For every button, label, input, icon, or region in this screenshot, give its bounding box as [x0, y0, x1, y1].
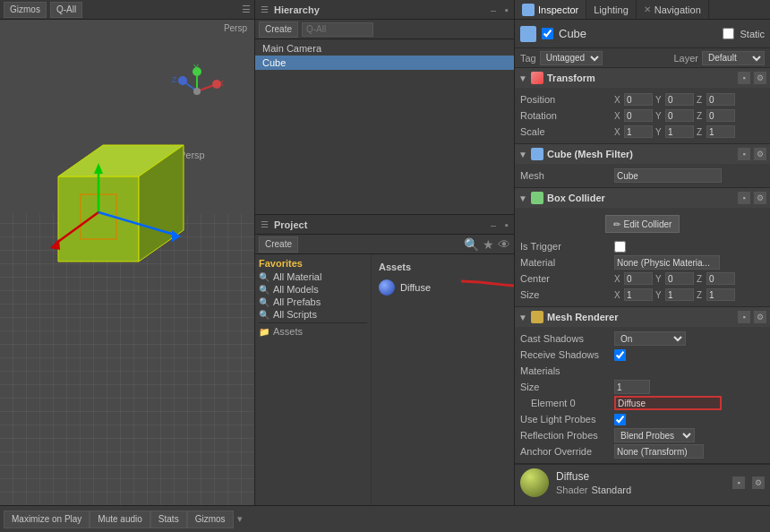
renderer-size-input[interactable] [614, 380, 650, 394]
cast-shadows-select[interactable]: On [614, 331, 686, 346]
rotation-y[interactable] [665, 109, 694, 122]
project-assets: Assets Diffuse [372, 254, 514, 505]
transform-settings-btn[interactable]: ⚙ [754, 72, 766, 84]
gizmos-button[interactable]: Gizmos [4, 2, 47, 18]
receive-shadows-checkbox[interactable] [614, 349, 626, 361]
rotation-z[interactable] [706, 109, 735, 122]
anchor-override-input[interactable] [614, 444, 704, 459]
project-create-button[interactable]: Create [259, 236, 298, 253]
element0-input[interactable] [614, 396, 722, 410]
svg-point-20 [178, 76, 187, 85]
position-row: Position X Y Z [520, 91, 765, 107]
mesh-filter-menu-btn[interactable]: ▪ [738, 148, 750, 160]
search-icon: 🔍 [259, 272, 270, 282]
bottom-bar: Maximize on Play Mute audio Stats Gizmos… [0, 505, 770, 532]
collider-material-input[interactable] [614, 255, 720, 270]
element0-row: Element 0 [520, 395, 765, 411]
gizmos-bottom-button[interactable]: Gizmos [187, 511, 234, 528]
is-trigger-checkbox[interactable] [614, 241, 626, 253]
position-y[interactable] [665, 93, 694, 106]
all-button[interactable]: Q-All [50, 2, 82, 18]
fav-item-label: All Prefabs [273, 296, 321, 307]
mesh-renderer-title: Mesh Renderer [547, 312, 734, 322]
mesh-renderer-icon [531, 311, 543, 323]
inspector-icon [522, 4, 535, 16]
list-item[interactable]: 🔍 All Material [259, 270, 367, 283]
transform-body: Position X Y Z Rotation [515, 88, 770, 143]
light-probes-row: Use Light Probes [520, 411, 765, 427]
box-collider-settings-btn[interactable]: ⚙ [754, 192, 766, 204]
static-label: Static [740, 29, 765, 39]
mute-audio-button[interactable]: Mute audio [90, 511, 150, 528]
scale-z[interactable] [706, 125, 735, 138]
center-x[interactable] [624, 272, 653, 285]
transform-header[interactable]: ▼ Transform ▪ ⚙ [515, 68, 770, 88]
list-item[interactable]: Main Camera [255, 41, 514, 56]
mesh-renderer-header[interactable]: ▼ Mesh Renderer ▪ ⚙ [515, 307, 770, 327]
list-item[interactable]: 🔍 All Prefabs [259, 296, 367, 308]
object-active-checkbox[interactable] [542, 28, 553, 39]
collider-size-x[interactable] [624, 288, 653, 301]
tab-navigation[interactable]: ✕ Navigation [637, 0, 709, 19]
center-y[interactable] [665, 272, 694, 285]
rotation-row: Rotation X Y Z [520, 107, 765, 124]
hierarchy-title: Hierarchy [274, 4, 320, 15]
rotation-label: Rotation [520, 110, 614, 121]
tag-select[interactable]: Untagged [540, 51, 603, 65]
transform-title: Transform [547, 73, 734, 83]
light-probes-label: Use Light Probes [520, 414, 614, 425]
box-collider-header[interactable]: ▼ Box Collider ▪ ⚙ [515, 188, 770, 208]
list-item[interactable]: Diffuse [379, 278, 507, 297]
collider-size-z[interactable] [706, 288, 735, 301]
hierarchy-toolbar: Create [255, 20, 514, 39]
material-settings-btn[interactable]: ⚙ [752, 476, 765, 489]
list-item[interactable]: 📁 Assets [259, 325, 367, 338]
scene-view: Persp [0, 20, 254, 505]
hierarchy-panel: ☰ Hierarchy – ▪ Create Main Camera Cube [255, 0, 514, 215]
tag-label: Tag [520, 53, 536, 64]
box-collider-component: ▼ Box Collider ▪ ⚙ ✏ Edit Collider [515, 188, 770, 307]
light-probes-checkbox[interactable] [614, 414, 626, 425]
static-checkbox[interactable] [723, 28, 734, 39]
transform-menu-btn[interactable]: ▪ [738, 72, 750, 84]
mesh-filter-header[interactable]: ▼ Cube (Mesh Filter) ▪ ⚙ [515, 144, 770, 164]
hierarchy-search[interactable] [302, 22, 373, 37]
position-value: X Y Z [614, 93, 765, 106]
mesh-filter-settings-btn[interactable]: ⚙ [754, 148, 766, 160]
assets-title: Assets [379, 262, 507, 272]
material-menu-btn[interactable]: ▪ [732, 476, 745, 489]
list-item[interactable]: 🔍 All Models [259, 283, 367, 296]
list-item[interactable]: 🔍 All Scripts [259, 308, 367, 321]
maximize-on-play-button[interactable]: Maximize on Play [4, 511, 90, 528]
transform-icon [531, 72, 543, 84]
mesh-input[interactable] [614, 168, 722, 183]
tag-layer-row: Tag Untagged Layer Default [515, 48, 770, 68]
scale-x[interactable] [624, 125, 653, 138]
center-z[interactable] [706, 272, 735, 285]
box-collider-body: ✏ Edit Collider Is Trigger Material [515, 208, 770, 306]
scale-label: Scale [520, 126, 614, 137]
position-z[interactable] [706, 93, 735, 106]
scene-panel: Gizmos Q-All ☰ Persp [0, 0, 255, 505]
collider-size-y[interactable] [665, 288, 694, 301]
list-item[interactable]: Cube [255, 56, 514, 70]
hierarchy-create-button[interactable]: Create [259, 21, 298, 38]
scale-y[interactable] [665, 125, 694, 138]
position-x[interactable] [624, 93, 653, 106]
stats-button[interactable]: Stats [150, 511, 187, 528]
mesh-renderer-menu-btn[interactable]: ▪ [738, 311, 750, 323]
element0-label: Element 0 [520, 398, 614, 408]
project-favorites: Favorites 🔍 All Material 🔍 All Models 🔍 … [255, 254, 372, 505]
collider-material-row: Material [520, 254, 765, 270]
box-collider-menu-btn[interactable]: ▪ [738, 192, 750, 204]
middle-panel: ☰ Hierarchy – ▪ Create Main Camera Cube [255, 0, 515, 505]
edit-collider-button[interactable]: ✏ Edit Collider [605, 215, 680, 233]
reflection-probes-select[interactable]: Blend Probes [614, 428, 695, 442]
reflection-probes-row: Reflection Probes Blend Probes [520, 427, 765, 443]
assets-folder-label: Assets [273, 326, 303, 337]
rotation-x[interactable] [624, 109, 653, 122]
layer-select[interactable]: Default [702, 51, 765, 65]
tab-inspector[interactable]: Inspector [515, 0, 586, 19]
tab-lighting[interactable]: Lighting [586, 0, 637, 19]
mesh-renderer-settings-btn[interactable]: ⚙ [754, 311, 766, 323]
